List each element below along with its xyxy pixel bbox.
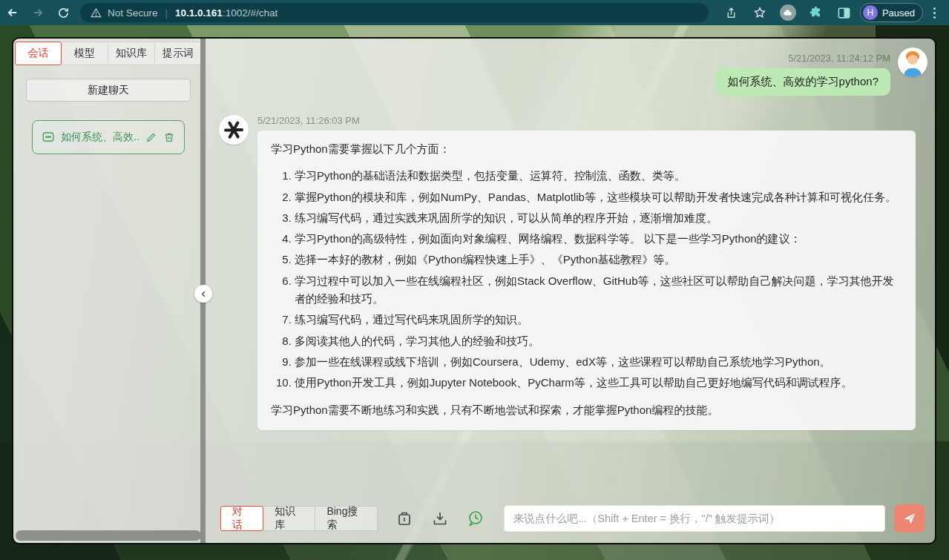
tab-conversations[interactable]: 会话 [15, 42, 62, 65]
share-icon [725, 7, 738, 19]
address-divider: | [165, 7, 168, 19]
extension-cloud-button[interactable] [775, 2, 801, 23]
star-icon [753, 6, 766, 19]
profile-status: Paused [882, 7, 915, 19]
avatar-face [907, 55, 918, 65]
assistant-intro: 学习Python需要掌握以下几个方面： [271, 140, 902, 158]
forward-button[interactable] [25, 2, 50, 23]
bookmark-button[interactable] [747, 2, 772, 23]
assistant-message-row: 5/21/2023, 11:26:03 PM 学习Python需要掌握以下几个方… [219, 115, 916, 430]
mode-tab-bing-search[interactable]: Bing搜索 [315, 506, 377, 531]
assistant-message-timestamp: 5/21/2023, 11:26:03 PM [257, 115, 916, 126]
sidebar-horizontal-scrollbar[interactable] [16, 530, 201, 541]
assistant-list-item: 练习编写代码，通过写代码来巩固所学的知识。 [295, 311, 902, 329]
openai-logo-icon [219, 115, 249, 145]
back-button[interactable] [0, 2, 25, 23]
cloud-extension-icon [780, 4, 796, 21]
share-button[interactable] [719, 2, 744, 23]
assistant-list-item: 学习过程中可以加入一些在线编程社区，例如Stack Overflow、GitHu… [295, 272, 902, 309]
assistant-list-item: 选择一本好的教材，例如《Python编程快速上手》、《Python基础教程》等。 [295, 251, 902, 269]
send-plane-icon [902, 511, 917, 526]
tab-knowledge-base[interactable]: 知识库 [108, 42, 155, 65]
mode-tab-dialog[interactable]: 对话 [220, 506, 263, 531]
puzzle-icon [809, 6, 823, 20]
user-avatar [898, 47, 927, 77]
assistant-list-item: 学习Python的高级特性，例如面向对象编程、网络编程、数据科学等。 以下是一些… [295, 230, 902, 248]
tab-prompts[interactable]: 提示词 [155, 42, 202, 65]
message-input[interactable] [504, 505, 885, 532]
delete-icon[interactable] [163, 131, 175, 143]
assistant-list: 学习Python的基础语法和数据类型，包括变量、运算符、控制流、函数、类等。掌握… [271, 167, 902, 392]
url-path: :1002/#/chat [223, 7, 278, 19]
back-arrow-icon [6, 6, 19, 19]
clear-chat-button[interactable] [395, 510, 413, 527]
assistant-list-item: 使用Python开发工具，例如Jupyter Notebook、PyCharm等… [295, 374, 902, 392]
side-panel-button[interactable] [832, 2, 857, 23]
side-panel-icon [837, 6, 851, 20]
trash-icon [395, 510, 413, 527]
url-host: 10.1.0.161 [175, 7, 223, 19]
chat-bubble-icon [42, 131, 55, 144]
browser-toolbar: Not Secure | 10.1.0.161 :1002/#/chat H P… [0, 0, 949, 25]
collapse-sidebar-button[interactable] [194, 285, 212, 303]
chat-list-item[interactable]: 如何系统、高效... [32, 120, 185, 154]
history-button[interactable] [467, 510, 485, 527]
chat-main-area: 5/21/2023, 11:24:12 PM 如何系统、高效的学习python? [206, 39, 938, 543]
reload-icon [57, 7, 70, 19]
browser-menu-button[interactable] [926, 7, 943, 19]
chat-app-panel: 会话 模型 知识库 提示词 新建聊天 如何系统、高效... 5/21/2023,… [12, 37, 936, 544]
assistant-list-item: 多阅读其他人的代码，学习其他人的经验和技巧。 [295, 332, 902, 350]
profile-avatar: H [863, 5, 878, 20]
not-secure-warning-icon [91, 7, 102, 19]
user-message-timestamp: 5/21/2023, 11:24:12 PM [788, 53, 890, 64]
user-message-row: 5/21/2023, 11:24:12 PM 如何系统、高效的学习python? [716, 47, 927, 96]
composer: 对话 知识库 Bing搜索 [220, 504, 925, 533]
tab-models[interactable]: 模型 [62, 42, 108, 65]
browser-actions: H Paused [719, 2, 949, 23]
chevron-left-icon [200, 290, 208, 298]
assistant-avatar [219, 115, 249, 145]
forward-arrow-icon [31, 6, 45, 19]
new-chat-button[interactable]: 新建聊天 [26, 79, 191, 102]
chat-history-clock-icon [467, 510, 485, 527]
download-icon [431, 510, 449, 527]
reload-button[interactable] [50, 2, 76, 23]
user-message-bubble: 如何系统、高效的学习python? [716, 68, 890, 96]
assistant-list-item: 参加一些在线课程或线下培训，例如Coursera、Udemy、edX等，这些课程… [295, 353, 902, 371]
security-label: Not Secure [108, 7, 158, 19]
address-bar[interactable]: Not Secure | 10.1.0.161 :1002/#/chat [80, 3, 709, 22]
mode-tab-knowledge-base[interactable]: 知识库 [263, 506, 315, 531]
assistant-outro: 学习Python需要不断地练习和实践，只有不断地尝试和探索，才能掌握Python… [271, 401, 902, 419]
assistant-list-item: 掌握Python的模块和库，例如NumPy、Pandas、Matplotlib等… [295, 188, 902, 206]
edit-icon[interactable] [145, 131, 157, 143]
assistant-message-bubble: 学习Python需要掌握以下几个方面： 学习Python的基础语法和数据类型，包… [257, 131, 916, 430]
assistant-list-item: 学习Python的基础语法和数据类型，包括变量、运算符、控制流、函数、类等。 [295, 167, 902, 185]
profile-button[interactable]: H Paused [860, 3, 923, 22]
composer-mode-tabs: 对话 知识库 Bing搜索 [220, 506, 378, 531]
sidebar-tabs: 会话 模型 知识库 提示词 [15, 42, 202, 65]
send-button[interactable] [894, 504, 925, 533]
export-chat-button[interactable] [431, 510, 449, 527]
sidebar: 会话 模型 知识库 提示词 新建聊天 如何系统、高效... [13, 39, 200, 543]
chat-item-title: 如何系统、高效... [61, 131, 139, 144]
assistant-list-item: 练习编写代码，通过实践来巩固所学的知识，可以从简单的程序开始，逐渐增加难度。 [295, 209, 902, 227]
extensions-button[interactable] [804, 2, 829, 23]
avatar-body [904, 68, 922, 77]
